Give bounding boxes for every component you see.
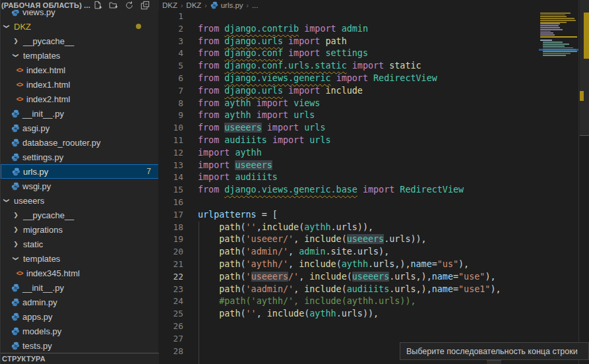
python-file-icon — [11, 152, 20, 162]
code-token: urls — [294, 110, 315, 120]
python-file-icon — [11, 283, 20, 293]
code-line-20[interactable]: path('admin/', admin.site.urls), — [198, 246, 589, 258]
tree-item-asgi.py[interactable]: asgi.py — [1, 121, 159, 135]
tree-item-useeers[interactable]: ❯useeers — [1, 193, 159, 208]
code-line-7[interactable]: from django.urls import include — [198, 85, 589, 98]
line-number: 28 — [158, 346, 183, 358]
code-line-11[interactable]: from audiiits import urls — [198, 135, 589, 147]
code-line-8[interactable]: from aythh import views — [198, 98, 589, 110]
breadcrumb-item[interactable]: DKZ — [162, 1, 177, 9]
code-line-5[interactable]: from django.conf.urls.static import stat… — [198, 60, 589, 73]
html-file-icon: <> — [15, 65, 24, 75]
breadcrumb-item[interactable]: ... — [252, 1, 259, 9]
collapse-folders-icon[interactable] — [140, 1, 150, 10]
code-line-25[interactable]: path('', include(aythh.urls)), — [198, 308, 589, 320]
explorer-section-header[interactable]: (РАБОЧАЯ ОБЛАСТЬ) ... — [1, 0, 159, 10]
code-line-9[interactable]: from aythh import urls — [198, 109, 589, 122]
code-line-24[interactable]: #path('aythh/', include(aythh.urls)), — [198, 295, 589, 308]
code-token: import — [272, 135, 304, 145]
tree-item-__init__.py[interactable]: __init__.py — [1, 280, 159, 295]
chevron-right-icon[interactable]: ❯ — [13, 241, 19, 247]
tree-item-label: urls.py — [23, 167, 48, 177]
outline-section-header[interactable]: СТРУКТУРА — [1, 353, 159, 364]
code-token — [198, 309, 219, 318]
code-token: from — [198, 135, 219, 145]
code-token: path — [219, 247, 240, 257]
chevron-right-icon[interactable]: ❯ — [13, 38, 19, 44]
tree-item-__init__.py[interactable]: __init__.py — [1, 106, 159, 121]
chevron-right-icon[interactable]: ❯ — [13, 226, 19, 233]
chevron-down-icon[interactable]: ❯ — [13, 255, 19, 262]
code-line-17[interactable]: urlpatterns = [ — [198, 209, 589, 222]
code-line-12[interactable]: import aythh — [198, 147, 589, 160]
tree-item-urls.py[interactable]: urls.py7 — [1, 164, 159, 179]
new-file-icon[interactable] — [93, 1, 102, 10]
chevron-down-icon[interactable]: ❯ — [3, 23, 10, 30]
code-token: ( — [241, 284, 246, 294]
code-line-19[interactable]: path('useeer/', include(useeers.urls)), — [198, 233, 589, 246]
code-line-15[interactable]: from django.views.generic.base import Re… — [198, 184, 589, 197]
breadcrumb-separator: › — [204, 2, 206, 9]
code-line-13[interactable]: import useeers — [198, 160, 589, 172]
code-line-18[interactable]: path('',include(aythh.urls)), — [198, 222, 589, 234]
overview-ruler-scrollbar[interactable] — [578, 0, 589, 364]
tree-item-migrations[interactable]: ❯migrations — [1, 222, 159, 237]
code-token: ( — [336, 259, 342, 269]
code-line-1[interactable] — [198, 11, 589, 23]
code-line-21[interactable]: path('aythh/', include(aythh.urls,),name… — [198, 258, 589, 271]
minimap-line — [540, 27, 560, 28]
code-line-6[interactable]: from django.views.generic import Redirec… — [198, 73, 589, 85]
chevron-right-icon[interactable]: ❯ — [13, 212, 19, 218]
code-line-26[interactable] — [198, 320, 589, 333]
tree-item-settings.py[interactable]: settings.py — [1, 150, 159, 164]
code-line-2[interactable]: from django.contrib import admin — [198, 23, 589, 36]
tree-item-index2.html[interactable]: <>index2.html — [1, 92, 159, 106]
tree-item-__pycache__[interactable]: ❯__pycache__ — [1, 208, 159, 222]
minimap[interactable] — [539, 0, 578, 364]
tree-item-DKZ[interactable]: ❯DKZ — [1, 19, 159, 34]
minimap-current-line-highlight — [539, 49, 578, 51]
tree-item-templates[interactable]: ❯templates — [1, 251, 159, 266]
line-number: 8 — [158, 98, 183, 110]
python-icon — [12, 167, 20, 176]
code-line-23[interactable]: path('aadmin/', include(audiiits.urls,),… — [198, 284, 589, 296]
code-line-14[interactable]: import audiiits — [198, 171, 589, 184]
code-token: = — [453, 272, 458, 282]
tree-item-wsgi.py[interactable]: wsgi.py — [1, 179, 159, 193]
code-token: .site.urls), — [326, 247, 390, 257]
breadcrumb-item[interactable]: DKZ — [186, 1, 201, 9]
tree-item-tests.py[interactable]: tests.py — [1, 338, 159, 353]
chevron-down-icon[interactable]: ❯ — [13, 52, 19, 59]
tree-item-index345.html[interactable]: <>index345.html — [1, 266, 159, 280]
code-line-4[interactable]: from django.conf import settings — [198, 47, 589, 60]
tree-item-models.py[interactable]: models.py — [1, 324, 159, 338]
tree-item-__pycache__[interactable]: ❯__pycache__ — [1, 34, 159, 48]
new-folder-icon[interactable] — [109, 1, 118, 10]
code-token: from — [198, 110, 219, 120]
code-line-3[interactable]: from django.urls import path — [198, 36, 589, 48]
refresh-explorer-icon[interactable] — [125, 1, 134, 10]
code-token: ( — [241, 234, 246, 244]
code-token — [320, 36, 325, 46]
code-area[interactable]: from django.contrib import adminfrom dja… — [198, 11, 589, 357]
tree-item-database_roouter.py[interactable]: database_roouter.py — [1, 135, 159, 150]
breadcrumb-item[interactable]: urls.py — [210, 1, 243, 9]
tree-item-templates[interactable]: ❯templates — [1, 48, 159, 63]
chevron-down-icon[interactable]: ❯ — [3, 197, 10, 204]
code-line-22[interactable]: path('useeers/', include(useeers.urls,),… — [198, 271, 589, 284]
code-token: ( — [241, 259, 246, 269]
editor-pane[interactable]: DKZ›DKZ›urls.py›... 12345678910111213141… — [158, 0, 589, 364]
line-number: 21 — [158, 258, 183, 271]
code-token: RedirectView — [373, 73, 437, 83]
tree-item-static[interactable]: ❯static — [1, 237, 159, 251]
code-line-10[interactable]: from useeers import urls — [198, 122, 589, 135]
tree-item-index1.html[interactable]: <>index1.html — [1, 77, 159, 92]
code-token: import — [363, 185, 394, 195]
tree-item-label: database_roouter.py — [22, 138, 101, 148]
tree-item-apps.py[interactable]: apps.py — [1, 309, 159, 324]
tree-item-admin.py[interactable]: admin.py — [1, 295, 159, 309]
code-token: include — [299, 259, 336, 269]
code-line-16[interactable] — [198, 197, 589, 209]
code-token: = — [453, 284, 458, 294]
tree-item-index.html[interactable]: <>index.html — [1, 63, 159, 77]
